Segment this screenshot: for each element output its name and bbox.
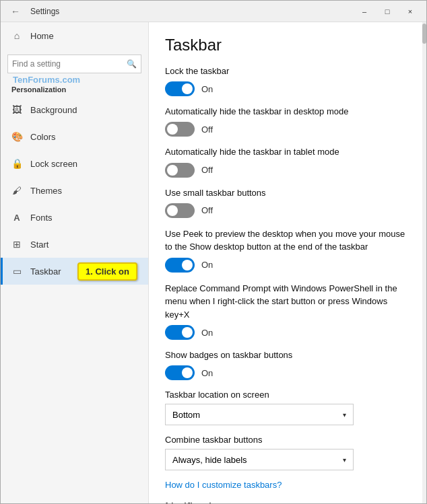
auto-hide-tablet-toggle-text: Off xyxy=(201,165,213,175)
location-value: Bottom xyxy=(172,410,200,420)
auto-hide-desktop-row: Off xyxy=(165,122,410,137)
close-button[interactable]: × xyxy=(399,2,421,21)
start-icon: ⊞ xyxy=(11,239,22,250)
peek-toggle[interactable] xyxy=(165,258,195,273)
window-title: Settings xyxy=(30,7,59,16)
minimize-button[interactable]: – xyxy=(354,2,375,21)
combine-value: Always, hide labels xyxy=(172,455,247,465)
small-buttons-row: Off xyxy=(165,203,410,218)
badges-row: On xyxy=(165,365,410,380)
badges-label: Show badges on taskbar buttons xyxy=(165,349,410,361)
toggle-knob xyxy=(167,205,178,216)
peek-label: Use Peek to preview the desktop when you… xyxy=(165,227,410,254)
notification-section-title: Notification area xyxy=(165,501,410,503)
customize-link[interactable]: How do I customize taskbars? xyxy=(165,480,410,490)
lock-screen-icon: 🔒 xyxy=(11,158,22,169)
sidebar: TenForums.com ⌂ Home 🔍 Personalization 🖼… xyxy=(1,22,149,503)
search-icon: 🔍 xyxy=(127,59,137,69)
dropdown-arrow-location: ▾ xyxy=(343,411,346,419)
lock-taskbar-row: On xyxy=(165,81,410,96)
annotation-badge-1: 1. Click on xyxy=(77,262,137,281)
sidebar-section-label: Personalization xyxy=(1,79,148,96)
auto-hide-tablet-label: Automatically hide the taskbar in tablet… xyxy=(165,146,410,158)
setting-badges: Show badges on taskbar buttons On xyxy=(165,349,410,380)
sidebar-item-taskbar[interactable]: ▭ Taskbar 1. Click on xyxy=(1,258,148,285)
small-buttons-toggle[interactable] xyxy=(165,203,195,218)
toggle-knob xyxy=(167,165,178,176)
auto-hide-tablet-row: Off xyxy=(165,163,410,178)
sidebar-fonts-label: Fonts xyxy=(30,213,53,223)
settings-window: ← Settings – □ × TenForums.com ⌂ Home 🔍 xyxy=(0,0,427,504)
auto-hide-tablet-toggle[interactable] xyxy=(165,163,195,178)
setting-powershell: Replace Command Prompt with Windows Powe… xyxy=(165,282,410,340)
sidebar-item-lock-screen[interactable]: 🔒 Lock screen xyxy=(1,150,148,177)
peek-row: On xyxy=(165,258,410,273)
search-input[interactable] xyxy=(12,59,127,69)
sidebar-item-background[interactable]: 🖼 Background xyxy=(1,96,148,123)
location-dropdown[interactable]: Bottom ▾ xyxy=(165,404,354,425)
powershell-label: Replace Command Prompt with Windows Powe… xyxy=(165,282,410,322)
setting-small-buttons: Use small taskbar buttons Off xyxy=(165,187,410,218)
scroll-thumb[interactable] xyxy=(422,24,426,44)
toggle-knob xyxy=(167,124,178,135)
main-content: Taskbar Lock the taskbar On Automaticall… xyxy=(149,22,426,503)
small-buttons-toggle-text: Off xyxy=(201,205,213,215)
combine-dropdown[interactable]: Always, hide labels ▾ xyxy=(165,449,354,470)
search-box[interactable]: 🔍 xyxy=(7,55,141,73)
setting-auto-hide-tablet: Automatically hide the taskbar in tablet… xyxy=(165,146,410,177)
fonts-icon: A xyxy=(11,213,22,223)
peek-toggle-text: On xyxy=(201,260,213,270)
colors-icon: 🎨 xyxy=(11,131,22,142)
powershell-toggle[interactable] xyxy=(165,325,195,340)
toggle-knob xyxy=(182,83,193,94)
auto-hide-desktop-label: Automatically hide the taskbar in deskto… xyxy=(165,106,410,118)
taskbar-icon: ▭ xyxy=(11,266,22,277)
toggle-knob xyxy=(182,327,193,338)
badges-toggle-text: On xyxy=(201,368,213,378)
sidebar-background-label: Background xyxy=(30,105,77,115)
page-title: Taskbar xyxy=(165,36,410,55)
content-area: TenForums.com ⌂ Home 🔍 Personalization 🖼… xyxy=(1,22,426,503)
sidebar-home-label: Home xyxy=(30,31,54,41)
sidebar-lockscreen-label: Lock screen xyxy=(30,159,77,169)
powershell-toggle-text: On xyxy=(201,328,213,338)
location-label: Taskbar location on screen xyxy=(165,390,410,400)
combine-section: Combine taskbar buttons Always, hide lab… xyxy=(165,435,410,470)
sidebar-item-start[interactable]: ⊞ Start xyxy=(1,231,148,258)
location-section: Taskbar location on screen Bottom ▾ xyxy=(165,390,410,425)
scrollbar[interactable] xyxy=(422,22,426,503)
back-button[interactable]: ← xyxy=(6,2,25,21)
sidebar-item-colors[interactable]: 🎨 Colors xyxy=(1,123,148,150)
maximize-button[interactable]: □ xyxy=(376,2,398,21)
sidebar-item-fonts[interactable]: A Fonts xyxy=(1,204,148,231)
sidebar-start-label: Start xyxy=(30,240,48,250)
title-bar-controls: – □ × xyxy=(354,2,421,21)
setting-peek: Use Peek to preview the desktop when you… xyxy=(165,227,410,273)
sidebar-themes-label: Themes xyxy=(30,186,62,196)
combine-label: Combine taskbar buttons xyxy=(165,435,410,445)
sidebar-item-themes[interactable]: 🖌 Themes xyxy=(1,177,148,204)
sidebar-item-home[interactable]: ⌂ Home xyxy=(1,22,148,49)
auto-hide-desktop-toggle[interactable] xyxy=(165,122,195,137)
small-buttons-label: Use small taskbar buttons xyxy=(165,187,410,199)
home-icon: ⌂ xyxy=(11,30,22,41)
title-bar-left: ← Settings xyxy=(6,2,59,21)
lock-taskbar-toggle[interactable] xyxy=(165,81,195,96)
sidebar-colors-label: Colors xyxy=(30,132,56,142)
auto-hide-desktop-toggle-text: Off xyxy=(201,124,213,135)
setting-lock-taskbar: Lock the taskbar On xyxy=(165,65,410,96)
powershell-row: On xyxy=(165,325,410,340)
sidebar-taskbar-label: Taskbar xyxy=(30,266,61,277)
lock-taskbar-label: Lock the taskbar xyxy=(165,65,410,77)
dropdown-arrow-combine: ▾ xyxy=(343,456,346,464)
background-icon: 🖼 xyxy=(11,104,22,115)
setting-auto-hide-desktop: Automatically hide the taskbar in deskto… xyxy=(165,106,410,137)
toggle-knob xyxy=(182,260,193,271)
badges-toggle[interactable] xyxy=(165,365,195,380)
themes-icon: 🖌 xyxy=(11,185,22,196)
title-bar: ← Settings – □ × xyxy=(1,1,426,22)
toggle-knob xyxy=(182,367,193,378)
lock-taskbar-toggle-text: On xyxy=(201,84,213,94)
